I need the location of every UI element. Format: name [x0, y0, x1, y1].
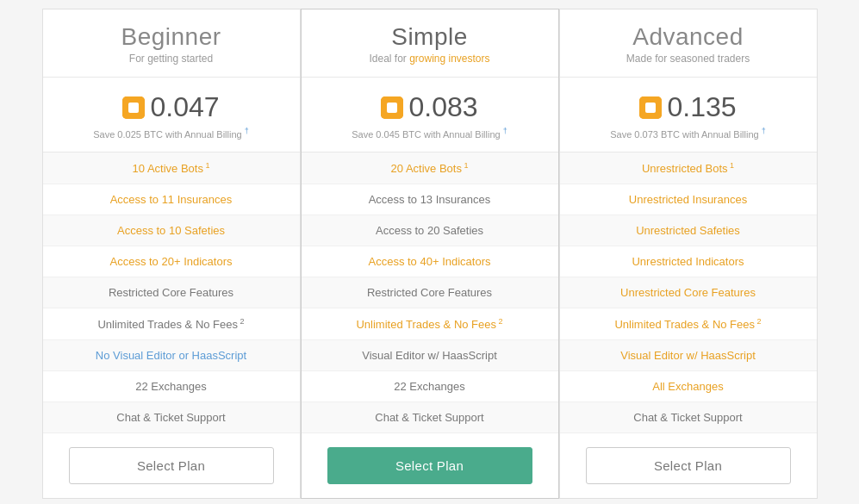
feature-item: Unrestricted Bots 1: [560, 152, 817, 184]
plan-name-advanced: Advanced: [577, 23, 800, 51]
plan-subtitle-beginner: For getting started: [60, 53, 283, 65]
plan-header-simple: SimpleIdeal for growing investors: [302, 9, 558, 78]
price-save-beginner: Save 0.025 BTC with Annual Billing †: [60, 127, 283, 140]
feature-item: Access to 20 Safeties: [302, 215, 558, 246]
feature-item: Chat & Ticket Support: [302, 402, 558, 433]
features-list-beginner: 10 Active Bots 1Access to 11 InsurancesA…: [43, 152, 300, 434]
feature-item: Chat & Ticket Support: [560, 402, 817, 433]
annual-billing-link[interactable]: †: [762, 129, 766, 140]
bitcoin-icon: [122, 96, 145, 119]
feature-item: Visual Editor w/ HaasScript: [302, 340, 558, 371]
select-plan-button-simple[interactable]: Select Plan: [327, 447, 532, 484]
svg-rect-5: [645, 103, 656, 113]
feature-item: Unrestricted Safeties: [560, 215, 817, 246]
plan-footer-beginner: Select Plan: [43, 433, 300, 498]
price-section-advanced: 0.135Save 0.073 BTC with Annual Billing …: [560, 78, 817, 152]
annual-billing-link[interactable]: †: [245, 129, 249, 140]
price-row-simple: 0.083: [319, 91, 541, 123]
price-value-simple: 0.083: [408, 91, 477, 123]
plan-name-beginner: Beginner: [60, 23, 283, 51]
plan-header-advanced: AdvancedMade for seasoned traders: [560, 9, 817, 78]
bitcoin-icon: [381, 96, 403, 119]
plan-card-advanced: AdvancedMade for seasoned traders0.135Sa…: [559, 9, 818, 499]
feature-item: No Visual Editor or HaasScript: [43, 340, 300, 371]
plan-subtitle-simple: Ideal for growing investors: [319, 53, 541, 65]
feature-item: 10 Active Bots 1: [43, 152, 300, 184]
feature-item: Chat & Ticket Support: [43, 402, 300, 433]
plan-card-simple: SimpleIdeal for growing investors0.083Sa…: [301, 9, 559, 499]
select-plan-button-advanced[interactable]: Select Plan: [586, 447, 791, 484]
svg-rect-3: [387, 103, 397, 113]
price-row-advanced: 0.135: [577, 91, 800, 123]
svg-rect-1: [128, 103, 139, 113]
price-section-simple: 0.083Save 0.045 BTC with Annual Billing …: [302, 78, 558, 152]
plan-card-beginner: BeginnerFor getting started0.047Save 0.0…: [42, 9, 301, 499]
plan-footer-advanced: Select Plan: [560, 433, 817, 498]
plans-container: BeginnerFor getting started0.047Save 0.0…: [0, 0, 859, 504]
feature-item: Restricted Core Features: [302, 277, 558, 308]
feature-item: 20 Active Bots 1: [302, 152, 558, 184]
feature-item: Access to 10 Safeties: [43, 215, 300, 246]
annual-billing-link[interactable]: †: [503, 129, 507, 140]
plan-name-simple: Simple: [319, 23, 541, 51]
feature-item: Access to 13 Insurances: [302, 184, 558, 215]
feature-item: Unrestricted Indicators: [560, 246, 817, 277]
price-row-beginner: 0.047: [60, 91, 283, 123]
feature-item: Visual Editor w/ HaasScript: [560, 340, 817, 371]
feature-item: Restricted Core Features: [43, 277, 300, 308]
feature-item: 22 Exchanges: [302, 371, 558, 402]
price-value-beginner: 0.047: [150, 91, 219, 123]
plan-subtitle-advanced: Made for seasoned traders: [577, 53, 800, 65]
price-save-advanced: Save 0.073 BTC with Annual Billing †: [577, 127, 800, 140]
price-section-beginner: 0.047Save 0.025 BTC with Annual Billing …: [43, 78, 300, 152]
feature-item: Access to 11 Insurances: [43, 184, 300, 215]
price-value-advanced: 0.135: [667, 91, 736, 123]
plan-header-beginner: BeginnerFor getting started: [43, 9, 300, 78]
plan-footer-simple: Select Plan: [302, 433, 558, 498]
feature-item: All Exchanges: [560, 371, 817, 402]
price-save-simple: Save 0.045 BTC with Annual Billing †: [319, 127, 541, 140]
select-plan-button-beginner[interactable]: Select Plan: [69, 447, 274, 484]
feature-item: Unlimited Trades & No Fees 2: [302, 308, 558, 340]
feature-item: Access to 40+ Indicators: [302, 246, 558, 277]
feature-item: Unrestricted Core Features: [560, 277, 817, 308]
feature-item: Access to 20+ Indicators: [43, 246, 300, 277]
features-list-advanced: Unrestricted Bots 1Unrestricted Insuranc…: [560, 152, 817, 434]
feature-item: Unlimited Trades & No Fees 2: [560, 308, 817, 340]
feature-item: Unlimited Trades & No Fees 2: [43, 308, 300, 340]
feature-item: Unrestricted Insurances: [560, 184, 817, 215]
features-list-simple: 20 Active Bots 1Access to 13 InsurancesA…: [302, 152, 558, 434]
bitcoin-icon: [639, 96, 662, 119]
feature-item: 22 Exchanges: [43, 371, 300, 402]
